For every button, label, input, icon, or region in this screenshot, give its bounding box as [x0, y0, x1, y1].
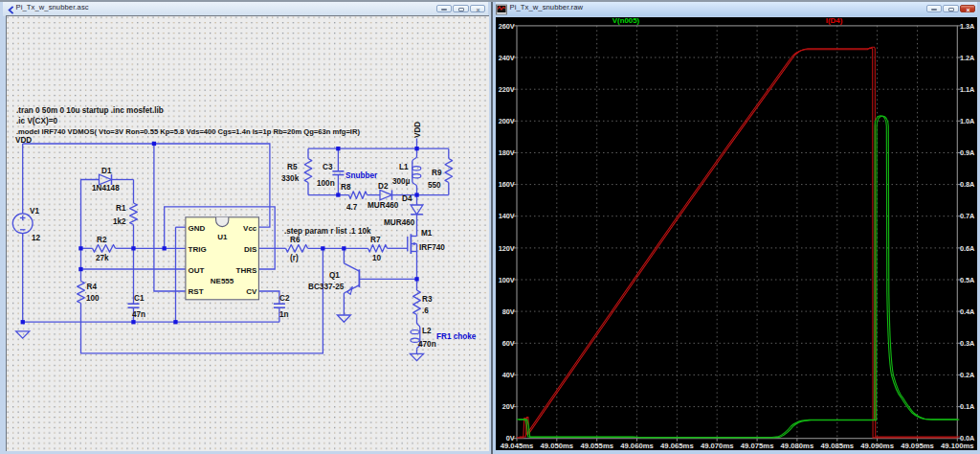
svg-text:RST: RST — [189, 287, 204, 296]
svg-text:.tran 0 50m 0 10u startup .inc: .tran 0 50m 0 10u startup .inc mosfet.li… — [16, 106, 164, 115]
svg-text:R8: R8 — [341, 183, 351, 192]
svg-text:240V: 240V — [498, 53, 514, 61]
svg-text:49.095ms: 49.095ms — [901, 441, 934, 449]
svg-text:49.060ms: 49.060ms — [620, 441, 654, 449]
svg-text:0.5A: 0.5A — [959, 275, 974, 284]
svg-text:BC337-25: BC337-25 — [308, 283, 345, 291]
svg-text:27k: 27k — [96, 254, 109, 262]
svg-text:R5: R5 — [287, 163, 298, 171]
svg-text:MUR460: MUR460 — [368, 201, 399, 210]
svg-text:Snubber: Snubber — [345, 171, 378, 180]
svg-text:140V: 140V — [498, 212, 514, 220]
svg-text:R3: R3 — [422, 295, 433, 304]
svg-text:L2: L2 — [422, 327, 432, 335]
svg-text:R1: R1 — [116, 204, 126, 213]
svg-text:260V: 260V — [498, 21, 514, 30]
svg-text:49.045ms: 49.045ms — [500, 441, 533, 449]
svg-text:Q1: Q1 — [329, 271, 340, 280]
svg-text:20V: 20V — [501, 402, 514, 411]
svg-text:D2: D2 — [378, 182, 389, 191]
svg-text:49.055ms: 49.055ms — [580, 441, 613, 449]
svg-text:R4: R4 — [87, 283, 98, 291]
svg-text:180V: 180V — [498, 148, 514, 157]
svg-text:C3: C3 — [323, 163, 333, 171]
svg-text:C2: C2 — [279, 294, 290, 303]
svg-text:NE555: NE555 — [211, 277, 234, 285]
svg-text:40V: 40V — [501, 371, 514, 379]
svg-text:I(D4): I(D4) — [825, 17, 842, 25]
svg-text:300µ: 300µ — [392, 177, 411, 186]
svg-text:200V: 200V — [498, 116, 514, 125]
svg-text:1.2A: 1.2A — [959, 53, 974, 61]
svg-text:49.100ms: 49.100ms — [940, 441, 973, 449]
svg-text:IRF740: IRF740 — [419, 243, 445, 252]
svg-text:D1: D1 — [101, 167, 112, 175]
svg-text:100V: 100V — [498, 275, 514, 284]
svg-text:R2: R2 — [97, 236, 107, 244]
svg-text:49.065ms: 49.065ms — [660, 441, 694, 449]
svg-text:1.1A: 1.1A — [959, 84, 974, 93]
svg-text:0.8A: 0.8A — [959, 180, 974, 189]
svg-text:GND: GND — [189, 224, 206, 233]
svg-text:49.070ms: 49.070ms — [700, 441, 733, 449]
svg-text:.model IRF740 VDMOS( Vto=3V Ro: .model IRF740 VDMOS( Vto=3V Ron=0.55 Kp=… — [16, 127, 360, 136]
svg-text:1.0A: 1.0A — [959, 116, 974, 125]
svg-text:120V: 120V — [498, 243, 514, 252]
svg-text:49.090ms: 49.090ms — [860, 441, 894, 449]
svg-text:160V: 160V — [498, 180, 514, 189]
svg-text:49.085ms: 49.085ms — [820, 441, 854, 449]
svg-text:49.075ms: 49.075ms — [740, 441, 773, 449]
svg-text:R7: R7 — [370, 236, 381, 244]
svg-text:MUR460: MUR460 — [384, 218, 415, 227]
svg-text:49.080ms: 49.080ms — [780, 441, 813, 449]
svg-text:1N4148: 1N4148 — [92, 184, 120, 193]
svg-text:M1: M1 — [421, 229, 433, 238]
svg-text:220V: 220V — [498, 84, 514, 93]
svg-text:100: 100 — [86, 294, 100, 303]
svg-text:(r): (r) — [290, 254, 299, 262]
svg-text:470n: 470n — [418, 340, 436, 349]
svg-text:C1: C1 — [134, 294, 145, 303]
svg-text:60V: 60V — [501, 338, 514, 347]
svg-text:U1: U1 — [217, 233, 228, 241]
svg-text:0.9A: 0.9A — [959, 148, 974, 157]
svg-text:4.7: 4.7 — [346, 203, 358, 212]
svg-text:80V: 80V — [501, 306, 514, 315]
svg-text:1k2: 1k2 — [113, 217, 126, 226]
svg-text:Vcc: Vcc — [243, 224, 257, 233]
svg-text:TRIG: TRIG — [189, 245, 207, 254]
svg-text:.6: .6 — [422, 306, 429, 315]
svg-text:100n: 100n — [317, 179, 335, 188]
svg-text:VDD: VDD — [15, 136, 32, 145]
svg-text:R9: R9 — [432, 169, 442, 177]
svg-text:49.050ms: 49.050ms — [540, 441, 573, 449]
svg-text:0.2A: 0.2A — [959, 371, 974, 379]
svg-text:0.6A: 0.6A — [959, 243, 974, 252]
svg-text:1n: 1n — [279, 310, 289, 319]
svg-text:VDD: VDD — [413, 122, 422, 138]
svg-text:0.1A: 0.1A — [959, 402, 974, 411]
svg-text:L1: L1 — [399, 163, 409, 171]
svg-text:D4: D4 — [402, 194, 412, 203]
svg-text:550: 550 — [428, 181, 441, 190]
svg-text:V(n005): V(n005) — [612, 17, 639, 25]
svg-text:OUT: OUT — [189, 266, 205, 275]
svg-text:10: 10 — [372, 254, 382, 262]
svg-text:12: 12 — [32, 234, 41, 242]
svg-text:FR1 choke: FR1 choke — [436, 332, 477, 341]
svg-text:V1: V1 — [30, 207, 39, 216]
svg-text:0.7A: 0.7A — [959, 212, 974, 220]
svg-text:DIS: DIS — [244, 245, 257, 254]
svg-text:THRS: THRS — [236, 266, 257, 275]
svg-text:CV: CV — [246, 287, 257, 296]
svg-text:0.3A: 0.3A — [959, 338, 974, 347]
svg-text:47n: 47n — [132, 310, 145, 319]
svg-text:1.3A: 1.3A — [959, 21, 974, 30]
svg-text:.step param r list .1 10k: .step param r list .1 10k — [284, 227, 371, 236]
svg-text:R6: R6 — [290, 236, 301, 244]
svg-text:.ic V(CX)=0: .ic V(CX)=0 — [16, 117, 57, 125]
svg-text:0.4A: 0.4A — [959, 306, 974, 315]
svg-text:330k: 330k — [281, 174, 300, 183]
